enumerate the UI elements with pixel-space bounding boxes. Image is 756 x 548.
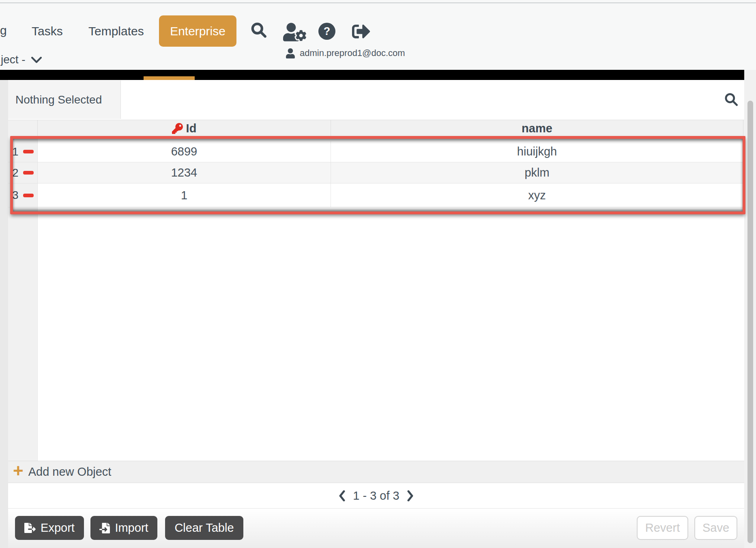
help-icon[interactable]: ? [318,23,335,40]
previous-page-icon[interactable] [339,490,346,501]
scrollbar-thumb[interactable] [747,101,753,543]
revert-label: Revert [645,521,680,535]
logout-icon[interactable] [352,22,370,41]
table-header-row: Id name [8,120,744,136]
nav-item-templates[interactable]: Templates [88,24,144,38]
table-row[interactable]: 3 1 xyz [8,183,744,207]
content-panel: Nothing Selected Id name 1 [8,80,744,548]
pagination-bar: 1 - 3 of 3 [8,483,744,509]
search-icon[interactable] [250,21,268,39]
active-tab-indicator [144,76,195,80]
add-new-object-button[interactable]: + Add new Object [8,461,744,483]
row-gutter-cell[interactable]: 1 [8,141,38,162]
column-header-id-label: Id [186,122,197,135]
remove-row-icon[interactable] [23,194,34,197]
user-email: admin.preprod1@doc.com [300,48,405,58]
remove-row-icon[interactable] [23,150,34,153]
file-export-icon [24,523,36,533]
user-settings-icon[interactable] [283,23,306,41]
user-icon [286,48,295,58]
file-import-icon [99,523,110,533]
table-row[interactable]: 1 6899 hiuijkgh [8,141,744,162]
table-row[interactable]: 2 1234 pklm [8,162,744,183]
import-button[interactable]: Import [90,516,157,540]
save-label: Save [702,521,729,535]
next-page-icon[interactable] [407,490,414,501]
selection-status-box: Nothing Selected [8,80,121,119]
chevron-down-icon [31,56,42,63]
row-gutter-cell[interactable]: 3 [8,183,38,207]
cell-id[interactable]: 6899 [38,141,331,162]
primary-key-icon [172,123,183,134]
column-header-id[interactable]: Id [38,120,331,136]
action-button-bar: Export Import Clear Table Revert Save [8,509,744,548]
enterprise-button[interactable]: Enterprise [159,15,236,47]
cell-name[interactable]: pklm [331,162,743,183]
remove-row-icon[interactable] [23,171,34,175]
nav-item-truncated[interactable]: g [0,24,7,37]
row-number: 2 [12,166,19,179]
revert-button[interactable]: Revert [637,516,688,540]
export-label: Export [41,521,75,535]
plus-icon: + [13,463,24,479]
object-selector-dropdown[interactable]: ject - [1,53,42,66]
app-page: g Tasks Templates Enterprise ? ject - ad… [0,0,756,548]
row-gutter-cell[interactable]: 2 [8,162,38,183]
cell-id[interactable]: 1 [38,183,331,207]
top-header: g Tasks Templates Enterprise ? ject - ad… [0,0,756,70]
clear-table-label: Clear Table [174,521,234,535]
selection-toolbar: Nothing Selected [8,80,744,119]
tab-strip-overlay [0,70,744,80]
object-selector-label: ject - [1,53,26,66]
pagination-range-label: 1 - 3 of 3 [353,489,399,503]
cell-name[interactable]: hiuijkgh [331,141,743,162]
save-button[interactable]: Save [694,516,737,540]
column-header-name-label: name [522,122,552,135]
column-header-name[interactable]: name [331,120,743,136]
row-number-header [8,120,38,136]
add-new-object-label: Add new Object [28,465,112,479]
cell-id[interactable]: 1234 [38,162,331,183]
table-search-icon[interactable] [724,92,739,107]
row-number: 3 [12,189,19,202]
user-account[interactable]: admin.preprod1@doc.com [286,48,405,58]
export-button[interactable]: Export [15,516,84,540]
import-label: Import [115,521,148,535]
cell-name[interactable]: xyz [331,183,743,207]
nav-item-tasks[interactable]: Tasks [32,24,63,38]
clear-table-button[interactable]: Clear Table [165,516,243,540]
row-number: 1 [12,145,19,158]
top-border-line [0,2,756,3]
